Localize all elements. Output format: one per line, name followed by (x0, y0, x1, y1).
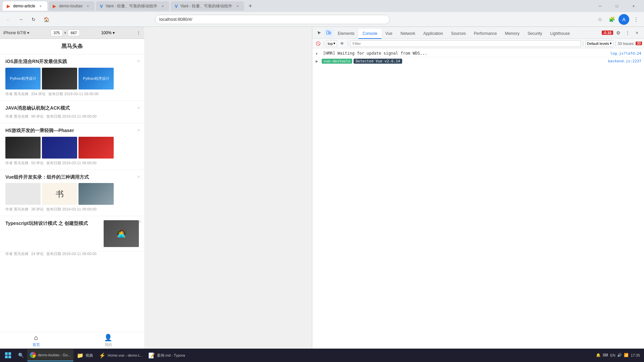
minimize-button[interactable]: ─ (592, 0, 608, 12)
new-tab-button[interactable]: + (246, 1, 255, 11)
close-button[interactable]: × (626, 0, 641, 12)
page-header: 黑马头条 (0, 39, 144, 54)
article-close-button[interactable]: × (137, 174, 140, 180)
article-image (78, 137, 114, 159)
height-input[interactable] (68, 29, 80, 36)
more-button[interactable]: ⋮ (136, 30, 141, 36)
list-item: JAVA消息确认机制之ACK模式 作者 黑马先锋 99 评论 发布日期 2019… (0, 101, 144, 124)
devtools-close-button[interactable]: × (633, 28, 641, 37)
hmr-file-link[interactable]: log.js?lafd:24 (610, 51, 641, 56)
taskbar-clock: 17:35 (631, 353, 640, 358)
list-item: H5游戏开发的一乘轻骑---Phaser 作者 黑马先锋 50 评论 发布日期 … (0, 123, 144, 170)
back-button[interactable]: ← (3, 14, 13, 25)
mobile-dimensions: × (51, 29, 80, 36)
keyboard-icon[interactable]: ⌨ (603, 353, 608, 357)
article-content: Typescript玩转设计模式 之 创建型模式 (5, 220, 100, 230)
detected-vue-badge: Detected Vue v2.6.14 (354, 59, 402, 64)
taskbar-app-explorer[interactable]: 📁 视频 (74, 349, 96, 361)
devtools-settings-button[interactable]: ⚙ (614, 28, 623, 37)
maximize-button[interactable]: □ (609, 0, 625, 12)
tab-memory[interactable]: Memory (501, 29, 523, 39)
volume-icon[interactable]: 🔊 (617, 353, 622, 357)
taskbar-search[interactable]: 🔍 (15, 349, 26, 361)
tab-close-1[interactable]: × (38, 3, 43, 9)
home-nav-button[interactable]: 🏠 (41, 14, 52, 25)
article-close-button[interactable]: × (139, 219, 142, 225)
article-image (78, 183, 114, 205)
width-input[interactable] (51, 29, 63, 36)
tab-security[interactable]: Security (524, 29, 546, 39)
inspect-element-button[interactable] (315, 28, 324, 37)
article-title: iOS原生混合RN开发最佳实践 (5, 58, 139, 65)
notification-icon[interactable]: 🔔 (596, 353, 601, 357)
console-clear-button[interactable]: 🚫 (314, 40, 322, 47)
tab-performance[interactable]: Performance (470, 29, 501, 39)
tab-close-3[interactable]: × (160, 3, 165, 9)
taskbar: 🔍 demo-toutiao - Go... 📁 视频 ⚡ Home.vue -… (0, 349, 644, 362)
error-count-badge: ⚠ 33 (602, 31, 613, 35)
network-icon[interactable]: 📶 (624, 353, 629, 357)
devtools-more-button[interactable]: ⋮ (623, 28, 632, 37)
zoom-selector[interactable]: 100% ▾ (101, 31, 115, 35)
mobile-toolbar: iPhone 6/7/8 ▾ × 100% ▾ ⋮ (0, 27, 144, 39)
taskbar-system-tray: 🔔 ⌨ EN 🔊 📶 17:35 (593, 353, 643, 358)
vue-expand-arrow[interactable]: ▶ (315, 59, 319, 63)
reload-button[interactable]: ↻ (28, 14, 39, 25)
tab-network[interactable]: Network (396, 29, 419, 39)
article-image: Python程序设计 (78, 68, 114, 89)
tab-vant-2[interactable]: V Vant - 轻量、可靠的移动组件 × (171, 1, 244, 11)
eye-button[interactable]: 👁 (338, 40, 346, 47)
nav-item-home[interactable]: ⌂ 首页 (0, 332, 72, 349)
article-close-button[interactable]: × (137, 105, 140, 111)
profile-button[interactable]: A (619, 14, 629, 25)
tab-favicon-1: ▶ (7, 3, 10, 9)
level-selector[interactable]: Default levels ▾ (585, 40, 613, 47)
expand-arrow[interactable]: ▶ (315, 51, 319, 55)
article-title: JAVA消息确认机制之ACK模式 (5, 105, 139, 112)
article-close-button[interactable]: × (137, 127, 140, 133)
article-image (5, 183, 41, 205)
window-controls: ─ □ × (592, 0, 641, 12)
device-name: iPhone 6/7/8 (3, 31, 26, 35)
separator3 (583, 41, 583, 46)
taskbar-chrome-title: demo-toutiao - Go... (38, 353, 71, 357)
tab-close-4[interactable]: × (235, 3, 240, 9)
hmr-message-text: [HMR] Waiting for update signal from WDS… (323, 51, 427, 56)
bookmark-button[interactable]: ☆ (594, 14, 605, 25)
tab-sources[interactable]: Sources (447, 29, 470, 39)
tab-console[interactable]: Console (359, 29, 381, 39)
tab-lighthouse[interactable]: Lighthouse (546, 29, 574, 39)
tab-demo-article[interactable]: ▶ demo-article × (3, 1, 47, 11)
taskbar-app-vscode[interactable]: ⚡ Home.vue - demo-t... (96, 349, 145, 361)
language-indicator[interactable]: EN (610, 353, 615, 357)
start-button[interactable] (1, 349, 15, 361)
forward-button[interactable]: → (15, 14, 26, 25)
nav-item-mine[interactable]: 👤 我的 (72, 332, 144, 349)
devtools-top-bar: Elements Console Vue Network Application… (312, 27, 644, 39)
tab-vant-1[interactable]: V Vant - 轻量、可靠的移动组件 × (96, 1, 169, 11)
filter-input[interactable] (350, 40, 581, 47)
settings-button[interactable]: ⋮ (631, 14, 641, 25)
tab-application[interactable]: Application (419, 29, 447, 39)
address-bar: ← → ↻ 🏠 localhost:8080/#/ ☆ 🧩 A ⋮ (0, 12, 644, 27)
tab-elements[interactable]: Elements (334, 29, 359, 39)
taskbar-app-typora[interactable]: 📝 案例.md - Typora (146, 349, 188, 361)
devtools-panel: Elements Console Vue Network Application… (312, 27, 644, 349)
extensions-button[interactable]: 🧩 (606, 14, 617, 25)
tab-demo-toutiao[interactable]: ▶ demo-toutiao × (49, 1, 95, 11)
taskbar-app-chrome[interactable]: demo-toutiao - Go... (27, 349, 73, 361)
url-input[interactable]: localhost:8080/#/ (155, 15, 390, 24)
vue-file-link[interactable]: backend.js:2237 (608, 59, 641, 63)
article-title: Vue组件开发实录：组件的三种调用方式 (5, 174, 139, 181)
article-close-button[interactable]: × (137, 58, 140, 64)
device-arrow: ▾ (27, 31, 29, 35)
context-selector[interactable]: top ▾ (326, 40, 337, 47)
chrome-icon (30, 352, 36, 358)
taskbar-typora-title: 案例.md - Typora (157, 353, 185, 358)
device-toolbar-button[interactable] (324, 28, 333, 37)
article-image (42, 68, 77, 89)
tab-close-2[interactable]: × (85, 3, 91, 9)
device-selector[interactable]: iPhone 6/7/8 ▾ (3, 31, 29, 35)
tab-vue[interactable]: Vue (381, 29, 396, 39)
svg-rect-0 (327, 31, 329, 34)
